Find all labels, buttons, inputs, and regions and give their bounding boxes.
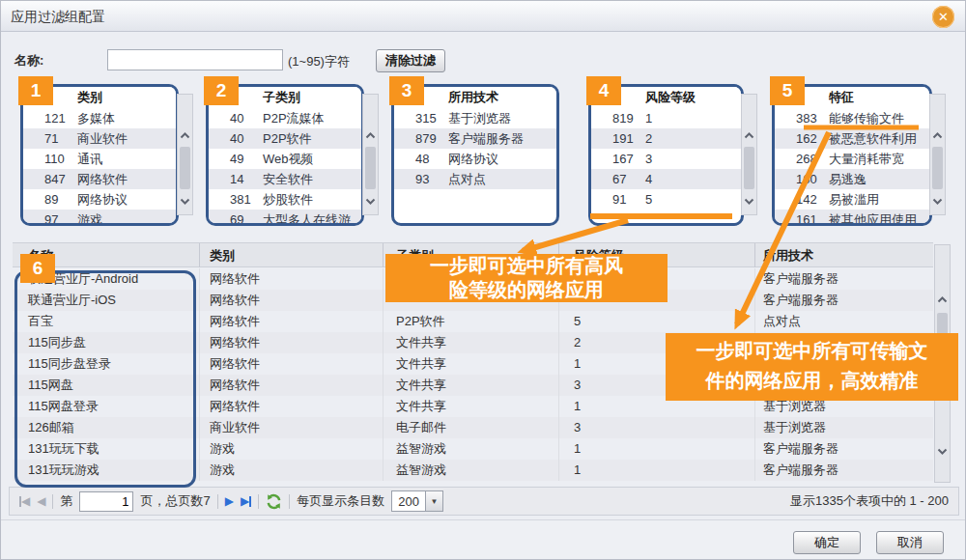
panel-list-item[interactable]: 160易逃逸 <box>775 169 929 189</box>
panel-list-item[interactable]: 8191 <box>591 108 741 128</box>
item-count: 383 <box>775 108 829 128</box>
item-count: 847 <box>23 169 77 189</box>
filter-panel-5: 特征383能够传输文件162被恶意软件利用268大量消耗带宽160易逃逸142易… <box>772 84 932 226</box>
panel-list-item[interactable]: 381炒股软件 <box>209 189 361 210</box>
panel-list-item[interactable]: 915 <box>591 189 741 210</box>
table-cell: 商业软件 <box>199 417 383 438</box>
next-page-button[interactable]: ▶ <box>225 494 234 508</box>
panel-list-item[interactable]: 110通讯 <box>23 149 176 169</box>
clear-filter-button[interactable]: 清除过滤 <box>376 49 445 72</box>
chevron-up-icon[interactable] <box>930 127 945 143</box>
panel-list-item[interactable]: 93点对点 <box>394 169 556 189</box>
chevron-up-icon[interactable] <box>742 127 756 143</box>
item-label: 4 <box>645 169 741 189</box>
panel-list-item[interactable]: 268大量消耗带宽 <box>775 149 929 169</box>
chevron-up-icon[interactable] <box>363 127 378 143</box>
page-suffix-label: 页，总页数7 <box>140 492 210 510</box>
table-cell: 5 <box>558 311 754 332</box>
table-cell: 文件共享 <box>383 332 558 353</box>
item-count: 879 <box>394 128 448 149</box>
chevron-up-icon[interactable] <box>178 127 192 143</box>
item-label: 被其他应用使用 <box>829 210 929 226</box>
item-count: 161 <box>775 210 829 226</box>
close-icon[interactable]: ✕ <box>932 6 954 28</box>
annotation-badge-5: 5 <box>770 76 805 105</box>
separator <box>258 494 259 509</box>
cancel-button[interactable]: 取消 <box>876 531 944 554</box>
panel-list-item[interactable]: 14安全软件 <box>209 169 361 189</box>
table-cell: 游戏 <box>199 460 383 481</box>
item-label: 网络协议 <box>77 189 176 210</box>
panel-list-item[interactable]: 40P2P软件 <box>209 128 361 149</box>
name-label: 名称: <box>14 52 43 70</box>
panel-list-item[interactable]: 161被其他应用使用 <box>775 210 929 226</box>
ok-button[interactable]: 确定 <box>793 531 861 554</box>
panel-list-item[interactable]: 49Web视频 <box>209 149 361 169</box>
panel-scrollbar[interactable] <box>362 94 379 215</box>
table-cell: 客户端服务器 <box>754 460 933 481</box>
chevron-down-icon[interactable] <box>742 193 756 209</box>
panel-list-item[interactable]: 71商业软件 <box>23 128 176 149</box>
item-label: Web视频 <box>263 149 361 169</box>
panel-scrollbar[interactable] <box>929 94 946 215</box>
panel-list-item[interactable]: 69大型多人在线游戏 <box>209 210 361 226</box>
panel-scrollbar[interactable] <box>741 94 757 215</box>
chevron-down-icon[interactable] <box>935 443 950 459</box>
last-page-button[interactable]: ▶ <box>241 494 251 508</box>
chevron-down-icon[interactable] <box>930 193 945 209</box>
panel-list-item[interactable]: 847网络软件 <box>23 169 176 189</box>
panel-scrollbar[interactable] <box>177 94 193 215</box>
item-label: P2P软件 <box>263 128 361 149</box>
callout-line: 一步即可选中所有高风 <box>385 254 668 278</box>
panel-list-item[interactable]: 121多媒体 <box>23 108 176 128</box>
chevron-up-icon[interactable] <box>935 292 950 307</box>
callout-high-risk: 一步即可选中所有高风 险等级的网络应用 <box>385 254 668 302</box>
panel-list-item[interactable]: 40P2P流媒体 <box>209 108 361 128</box>
scrollbar-thumb[interactable] <box>932 147 943 189</box>
chevron-down-icon[interactable] <box>363 193 378 209</box>
per-page-select[interactable]: 200 ▼ <box>391 490 443 512</box>
panel-list-item[interactable]: 1673 <box>591 149 741 169</box>
page-number-input[interactable] <box>79 491 133 512</box>
panel-list-item[interactable]: 315基于浏览器 <box>394 108 556 128</box>
panel-list-item[interactable]: 97游戏 <box>23 210 176 226</box>
prev-page-button[interactable]: ◀ <box>37 494 45 508</box>
table-cell: 网络软件 <box>199 396 383 417</box>
panel-list-item[interactable]: 89网络协议 <box>23 189 176 210</box>
table-cell: 客户端服务器 <box>754 268 933 290</box>
callout-line: 一步即可选中所有可传输文 <box>666 336 958 366</box>
panel-list-item[interactable]: 142易被滥用 <box>775 189 929 210</box>
chevron-down-icon: ▼ <box>425 491 442 511</box>
last-page-icon: ▶ <box>241 494 249 508</box>
refresh-button[interactable] <box>266 493 282 510</box>
panel-list-item[interactable]: 383能够传输文件 <box>775 108 929 128</box>
panel-list-item[interactable]: 674 <box>591 169 741 189</box>
chevron-down-icon[interactable] <box>178 193 192 209</box>
name-input[interactable] <box>107 49 283 70</box>
app-filter-group-dialog: 应用过滤组配置 ✕ 名称: (1~95)字符 清除过滤 1类别121多媒体71商… <box>0 0 966 560</box>
item-label: 网络软件 <box>77 169 176 189</box>
table-cell: 网络软件 <box>199 290 383 311</box>
item-label: 商业软件 <box>77 128 176 149</box>
panel-list-item[interactable]: 48网络协议 <box>394 149 556 169</box>
scrollbar-thumb[interactable] <box>365 147 376 189</box>
item-label: 易被滥用 <box>829 189 929 210</box>
filter-panel-1: 类别121多媒体71商业软件110通讯847网络软件89网络协议97游戏 <box>20 84 179 226</box>
refresh-icon <box>266 493 282 510</box>
item-count: 97 <box>23 210 77 226</box>
scrollbar-thumb[interactable] <box>180 147 190 189</box>
annotation-badge-6: 6 <box>20 254 55 283</box>
item-label: 游戏 <box>77 210 176 226</box>
item-label: 5 <box>645 189 741 210</box>
panel-list-item[interactable]: 162被恶意软件利用 <box>775 128 929 149</box>
table-cell: 文件共享 <box>383 396 558 417</box>
first-page-button[interactable]: ◀ <box>19 494 30 508</box>
panel-list-item[interactable]: 879客户端服务器 <box>394 128 556 149</box>
scrollbar-thumb[interactable] <box>744 147 754 189</box>
item-count: 71 <box>23 128 77 149</box>
panel-list-item[interactable]: 1912 <box>591 128 741 149</box>
item-count: 381 <box>209 189 263 210</box>
last-page-bar-icon <box>249 496 251 507</box>
pagination-bar: ◀ ◀ 第 页，总页数7 ▶ ▶ 每页显示条目数 200 ▼ 显示1335个表项… <box>9 487 959 516</box>
filter-panel-3: 所用技术315基于浏览器879客户端服务器48网络协议93点对点 <box>391 84 559 226</box>
